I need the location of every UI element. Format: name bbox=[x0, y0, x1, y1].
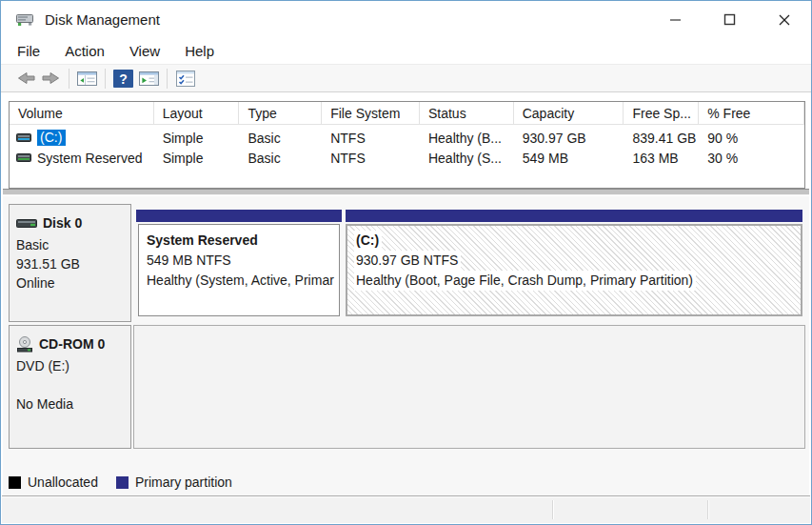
cell-free-space: 839.41 GB bbox=[624, 131, 699, 146]
volume-row-system-reserved[interactable]: System Reserved Simple Basic NTFS Health… bbox=[10, 148, 804, 168]
disk-icon bbox=[16, 218, 37, 229]
disk-0-header[interactable]: Disk 0 Basic 931.51 GB Online bbox=[9, 204, 131, 322]
status-bar bbox=[2, 495, 810, 523]
cell-layout: Simple bbox=[154, 151, 240, 166]
disk-status: Online bbox=[16, 273, 127, 293]
legend-label: Primary partition bbox=[135, 475, 232, 490]
column-header-file-system[interactable]: File System bbox=[322, 102, 420, 124]
help-icon: ? bbox=[113, 70, 133, 88]
disk-name: Disk 0 bbox=[43, 213, 82, 232]
status-bar-divider bbox=[552, 500, 553, 519]
cell-layout: Simple bbox=[154, 131, 240, 146]
cell-type: Basic bbox=[239, 131, 322, 146]
column-header-volume[interactable]: Volume bbox=[10, 102, 154, 124]
cdrom-0-track[interactable] bbox=[133, 325, 805, 449]
cell-status: Healthy (S... bbox=[420, 151, 514, 166]
disk-size: 931.51 GB bbox=[16, 254, 127, 273]
action-pane-icon bbox=[139, 71, 159, 87]
back-button[interactable] bbox=[12, 67, 38, 91]
disk-management-window: Disk Management File Action View Help bbox=[0, 0, 812, 525]
legend-item-primary-partition: Primary partition bbox=[116, 475, 232, 490]
close-icon bbox=[778, 13, 791, 27]
show-action-pane-button[interactable] bbox=[136, 67, 162, 91]
cell-type: Basic bbox=[239, 151, 322, 166]
unallocated-swatch bbox=[9, 476, 21, 489]
cell-percent-free: 30 % bbox=[699, 151, 804, 166]
console-tree-icon bbox=[77, 71, 97, 87]
disk-0-track: System Reserved 549 MB NTFS Healthy (Sys… bbox=[133, 204, 805, 322]
title-bar: Disk Management bbox=[1, 1, 811, 38]
drive-status: No Media bbox=[16, 394, 127, 414]
partition-detail: 930.97 GB NTFS bbox=[354, 251, 461, 271]
svg-text:?: ? bbox=[119, 71, 128, 86]
volume-row-c[interactable]: (C:) Simple Basic NTFS Healthy (B... 930… bbox=[10, 128, 804, 148]
cdrom-0-row: CD-ROM 0 DVD (E:) No Media bbox=[9, 325, 805, 449]
partition-system-reserved[interactable]: System Reserved 549 MB NTFS Healthy (Sys… bbox=[136, 210, 342, 316]
menu-bar: File Action View Help bbox=[1, 38, 811, 64]
status-bar-divider bbox=[707, 500, 708, 519]
partition-status: Healthy (Boot, Page File, Crash Dump, Pr… bbox=[354, 271, 696, 291]
drive-media-label: DVD (E:) bbox=[16, 356, 127, 375]
toolbar: ? bbox=[1, 64, 811, 92]
volume-name: (C:) bbox=[37, 130, 66, 146]
toolbar-separator bbox=[105, 69, 106, 89]
column-header-layout[interactable]: Layout bbox=[154, 102, 240, 124]
maximize-icon bbox=[723, 13, 736, 26]
menu-action[interactable]: Action bbox=[62, 41, 108, 61]
disk-type: Basic bbox=[16, 235, 127, 254]
show-console-tree-button[interactable] bbox=[74, 67, 100, 91]
column-header-type[interactable]: Type bbox=[239, 102, 322, 124]
partition-color-bar bbox=[136, 210, 342, 222]
disk-drive-icon bbox=[13, 10, 36, 29]
volume-list-header: Volume Layout Type File System Status Ca… bbox=[10, 102, 804, 125]
cell-percent-free: 90 % bbox=[699, 131, 804, 146]
forward-button[interactable] bbox=[38, 67, 64, 91]
partition-name: System Reserved bbox=[147, 231, 331, 251]
volume-system-reserved-icon bbox=[16, 152, 31, 163]
cell-status: Healthy (B... bbox=[420, 131, 514, 146]
window-title: Disk Management bbox=[45, 11, 160, 28]
volume-c-icon bbox=[16, 132, 31, 143]
partition-c[interactable]: (C:) 930.97 GB NTFS Healthy (Boot, Page … bbox=[346, 210, 802, 316]
cell-capacity: 930.97 GB bbox=[514, 131, 624, 146]
toolbar-separator bbox=[69, 69, 69, 89]
window-controls bbox=[648, 1, 811, 38]
drive-name: CD-ROM 0 bbox=[39, 334, 105, 353]
close-button[interactable] bbox=[757, 1, 811, 38]
disk-0-row: Disk 0 Basic 931.51 GB Online System Res… bbox=[9, 204, 805, 322]
disk-graph-pane: Disk 0 Basic 931.51 GB Online System Res… bbox=[3, 196, 809, 496]
column-header-status[interactable]: Status bbox=[420, 102, 514, 124]
properties-button[interactable] bbox=[172, 67, 198, 91]
legend-label: Unallocated bbox=[28, 475, 98, 490]
minimize-icon bbox=[669, 13, 682, 26]
menu-view[interactable]: View bbox=[127, 41, 163, 61]
cell-file-system: NTFS bbox=[322, 131, 420, 146]
toolbar-separator bbox=[167, 69, 168, 89]
column-header-capacity[interactable]: Capacity bbox=[514, 102, 624, 124]
cell-file-system: NTFS bbox=[322, 151, 420, 166]
menu-help[interactable]: Help bbox=[182, 41, 217, 61]
partition-detail: 549 MB NTFS bbox=[147, 251, 331, 271]
legend-item-unallocated: Unallocated bbox=[9, 475, 98, 490]
forward-arrow-icon bbox=[41, 71, 62, 86]
menu-file[interactable]: File bbox=[14, 41, 43, 61]
volume-name: System Reserved bbox=[37, 151, 142, 166]
partition-name: (C:) bbox=[354, 231, 382, 251]
cell-capacity: 549 MB bbox=[514, 151, 624, 166]
cdrom-icon bbox=[16, 336, 33, 353]
partition-color-bar bbox=[346, 210, 802, 222]
back-arrow-icon bbox=[15, 71, 36, 86]
legend: Unallocated Primary partition bbox=[9, 472, 232, 493]
column-header-free-space[interactable]: Free Sp... bbox=[624, 102, 699, 124]
minimize-button[interactable] bbox=[648, 1, 703, 38]
primary-partition-swatch bbox=[116, 476, 129, 489]
volume-list: Volume Layout Type File System Status Ca… bbox=[9, 101, 805, 189]
maximize-button[interactable] bbox=[703, 1, 757, 38]
pane-splitter[interactable] bbox=[3, 189, 809, 195]
help-button[interactable]: ? bbox=[110, 67, 136, 91]
column-header-percent-free[interactable]: % Free bbox=[699, 102, 804, 124]
checklist-icon bbox=[176, 71, 195, 87]
cell-free-space: 163 MB bbox=[624, 151, 699, 166]
cdrom-0-header[interactable]: CD-ROM 0 DVD (E:) No Media bbox=[9, 325, 131, 449]
partition-status: Healthy (System, Active, Primar bbox=[147, 271, 331, 291]
